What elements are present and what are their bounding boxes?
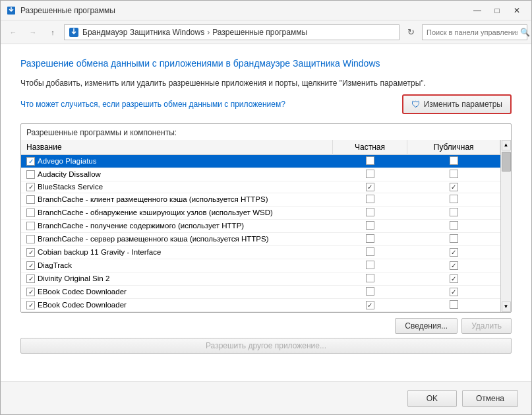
program-checkbox[interactable] — [26, 274, 35, 283]
program-checkbox[interactable] — [26, 248, 35, 257]
private-checkbox[interactable] — [366, 170, 374, 178]
public-checkbox[interactable] — [450, 208, 458, 216]
private-checkbox[interactable] — [366, 301, 374, 309]
public-checkbox[interactable] — [450, 261, 458, 270]
change-params-button[interactable]: 🛡 Изменить параметры — [402, 94, 512, 114]
private-checkbox-cell[interactable] — [332, 219, 407, 232]
path-part2: Разрешенные программы — [212, 28, 307, 37]
program-checkbox[interactable] — [26, 183, 35, 191]
public-checkbox[interactable] — [450, 221, 458, 230]
public-checkbox[interactable] — [450, 195, 458, 203]
public-checkbox-cell[interactable] — [407, 298, 500, 311]
scroll-thumb[interactable] — [502, 152, 511, 172]
program-checkbox[interactable] — [26, 301, 35, 309]
path-part1: Брандмауэр Защитника Windows — [82, 28, 204, 37]
program-checkbox[interactable] — [26, 195, 35, 204]
public-checkbox[interactable] — [450, 170, 458, 178]
delete-button[interactable]: Удалить — [461, 318, 512, 334]
public-checkbox-cell[interactable] — [407, 168, 500, 181]
close-button[interactable]: ✕ — [508, 3, 526, 18]
table-row[interactable]: EBook Codec Downloader — [21, 285, 500, 298]
refresh-button[interactable]: ↻ — [402, 24, 419, 41]
table-row[interactable]: Audacity Dissallow — [21, 168, 500, 181]
private-checkbox[interactable] — [366, 274, 374, 282]
public-checkbox[interactable] — [450, 288, 458, 296]
private-checkbox-cell[interactable] — [332, 245, 407, 259]
forward-button[interactable]: → — [24, 24, 42, 41]
table-row[interactable]: BranchCache - сервер размещенного кэша (… — [21, 232, 500, 245]
cancel-button[interactable]: Отмена — [462, 390, 518, 407]
table-row[interactable]: BranchCache - получение содержимого (исп… — [21, 219, 500, 232]
private-checkbox-cell[interactable] — [332, 298, 407, 311]
details-button[interactable]: Сведения... — [395, 318, 458, 334]
search-input[interactable] — [427, 28, 517, 36]
table-row[interactable]: BranchCache - клиент размещенного кэша (… — [21, 193, 500, 206]
program-checkbox[interactable] — [26, 157, 35, 166]
search-box[interactable]: 🔍 — [422, 24, 527, 40]
private-checkbox[interactable] — [366, 221, 374, 230]
public-checkbox-cell[interactable] — [407, 193, 500, 206]
private-checkbox-cell[interactable] — [332, 272, 407, 285]
private-checkbox[interactable] — [366, 261, 374, 269]
public-checkbox[interactable] — [450, 248, 458, 257]
minimize-button[interactable]: — — [468, 3, 487, 18]
public-checkbox-cell[interactable] — [407, 181, 500, 193]
public-checkbox-cell[interactable] — [407, 206, 500, 219]
table-row[interactable]: EBook Codec Downloader — [21, 298, 500, 311]
private-checkbox[interactable] — [366, 247, 374, 256]
table-row[interactable]: BlueStacks Service — [21, 181, 500, 193]
table-row[interactable]: Advego Plagiatus — [21, 154, 500, 168]
table-row[interactable]: BranchCache - обнаружение кэширующих узл… — [21, 206, 500, 219]
scroll-down-button[interactable]: ▼ — [502, 302, 511, 312]
table-row[interactable]: Cobian backup 11 Gravity - Interface — [21, 245, 500, 259]
public-checkbox-cell[interactable] — [407, 272, 500, 285]
table-row[interactable]: Divinity Original Sin 2 — [21, 272, 500, 285]
private-checkbox[interactable] — [366, 287, 374, 296]
private-checkbox-cell[interactable] — [332, 285, 407, 298]
help-link[interactable]: Что может случиться, если разрешить обме… — [20, 100, 285, 109]
public-checkbox-cell[interactable] — [407, 232, 500, 245]
scrollbar[interactable]: ▲ ▼ — [500, 140, 511, 312]
back-button[interactable]: ← — [5, 24, 22, 41]
private-checkbox-cell[interactable] — [332, 259, 407, 272]
program-checkbox[interactable] — [26, 261, 35, 270]
program-checkbox[interactable] — [26, 170, 35, 179]
program-name: EBook Codec Downloader — [38, 301, 127, 309]
public-checkbox-cell[interactable] — [407, 259, 500, 272]
public-checkbox-cell[interactable] — [407, 245, 500, 259]
private-checkbox[interactable] — [366, 183, 374, 191]
program-checkbox[interactable] — [26, 208, 35, 217]
public-checkbox[interactable] — [450, 183, 458, 191]
private-checkbox[interactable] — [366, 195, 374, 203]
title-bar: Разрешенные программы — □ ✕ — [1, 1, 531, 20]
public-checkbox[interactable] — [450, 300, 458, 309]
public-checkbox[interactable] — [450, 274, 458, 283]
allow-another-button[interactable]: Разрешить другое приложение... — [20, 338, 512, 354]
public-checkbox-cell[interactable] — [407, 219, 500, 232]
table-row[interactable]: DiagTrack — [21, 259, 500, 272]
private-checkbox-cell[interactable] — [332, 154, 407, 168]
table-wrapper: Название Частная Публичная Advego Plagia… — [21, 140, 511, 312]
maximize-button[interactable]: □ — [488, 3, 506, 18]
program-name: Cobian backup 11 Gravity - Interface — [38, 248, 161, 256]
link-row: Что может случиться, если разрешить обме… — [20, 94, 512, 114]
public-checkbox[interactable] — [450, 156, 458, 165]
address-path[interactable]: Брандмауэр Защитника Windows › Разрешенн… — [64, 24, 399, 40]
private-checkbox-cell[interactable] — [332, 168, 407, 181]
private-checkbox-cell[interactable] — [332, 193, 407, 206]
program-checkbox[interactable] — [26, 222, 35, 230]
scroll-up-button[interactable]: ▲ — [502, 140, 511, 150]
private-checkbox-cell[interactable] — [332, 181, 407, 193]
private-checkbox[interactable] — [366, 234, 374, 243]
private-checkbox[interactable] — [366, 208, 374, 216]
program-checkbox[interactable] — [26, 235, 35, 243]
private-checkbox-cell[interactable] — [332, 232, 407, 245]
ok-button[interactable]: OK — [407, 390, 457, 407]
public-checkbox-cell[interactable] — [407, 285, 500, 298]
private-checkbox[interactable] — [366, 156, 374, 165]
program-checkbox[interactable] — [26, 288, 35, 296]
public-checkbox-cell[interactable] — [407, 154, 500, 168]
private-checkbox-cell[interactable] — [332, 206, 407, 219]
up-button[interactable]: ↑ — [44, 24, 61, 41]
public-checkbox[interactable] — [450, 234, 458, 243]
